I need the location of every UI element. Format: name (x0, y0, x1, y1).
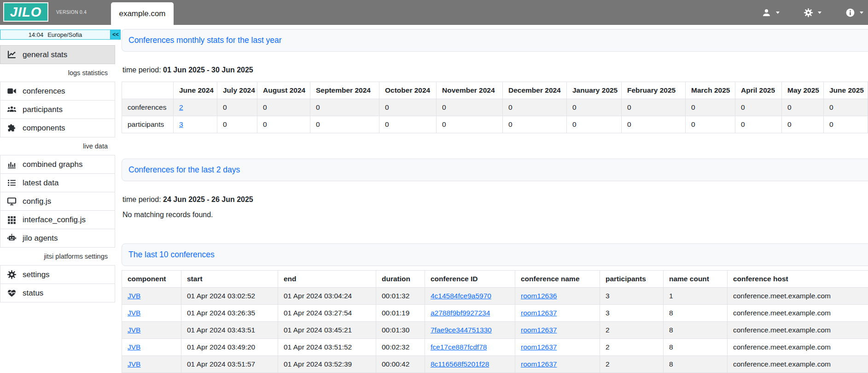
table-row: JVB01 Apr 2024 03:51:5701 Apr 2024 03:52… (122, 356, 868, 373)
corner-header (122, 82, 174, 99)
stat-value-cell: 0 (217, 99, 257, 116)
conference-id-cell: fce17ce887fcdf78 (425, 339, 515, 356)
chevron-down-icon (776, 12, 780, 14)
clock-timezone: Europe/Sofia (47, 31, 82, 38)
no-records-message: No matching records found. (122, 211, 868, 219)
sidebar-collapse-button[interactable]: << (111, 30, 121, 40)
sidebar-item-settings[interactable]: settings (0, 265, 115, 284)
component-cell: JVB (122, 288, 181, 305)
conference-name-link[interactable]: room12636 (521, 292, 557, 300)
sidebar-section-label: jitsi platforms settings (0, 248, 115, 265)
column-header: conference name (515, 271, 600, 288)
info-icon (845, 8, 855, 18)
app-logo: JILO (3, 2, 48, 22)
gear-icon (7, 270, 17, 279)
conference-name-link[interactable]: room12637 (521, 343, 557, 351)
header-menus (762, 0, 863, 25)
stat-value-cell: 0 (735, 116, 782, 133)
sidebar-item-general-stats[interactable]: general stats (0, 45, 115, 64)
sidebar-item-interface-config-js[interactable]: interface_config.js (0, 210, 115, 229)
sidebar-item-label: config.js (23, 197, 51, 206)
stat-value-cell: 0 (310, 116, 379, 133)
sidebar-item-label: jilo agents (23, 234, 58, 243)
month-column-header: November 2024 (437, 82, 503, 99)
sidebar-item-jilo-agents[interactable]: jilo agents (0, 229, 115, 248)
list-icon (7, 178, 17, 188)
stat-value-cell: 0 (503, 99, 567, 116)
column-header: conference ID (425, 271, 515, 288)
month-column-header: June 2024 (174, 82, 217, 99)
conference-name-link[interactable]: room12637 (521, 360, 557, 368)
card-title-last-2-days[interactable]: Conferences for the last 2 days (122, 159, 868, 181)
sidebar-menu: general statslogs statisticsconferencesp… (0, 45, 115, 302)
stat-value-cell: 0 (782, 99, 824, 116)
version-label: VERSION 0.4 (56, 10, 87, 15)
conference-name-link[interactable]: room12637 (521, 326, 557, 334)
stat-value-link[interactable]: 2 (179, 103, 183, 111)
main-content: Conferences monthly stats for the last y… (121, 25, 868, 373)
info-menu[interactable] (845, 8, 863, 18)
sidebar: 14:04 Europe/Sofia << general statslogs … (0, 25, 121, 373)
conference-id-link[interactable]: fce17ce887fcdf78 (431, 343, 487, 351)
table-row: JVB01 Apr 2024 03:02:5201 Apr 2024 03:04… (122, 288, 868, 305)
card-title-text: The last 10 conferences (128, 250, 215, 259)
clock-time: 14:04 (29, 31, 44, 38)
name-count-cell: 8 (664, 339, 728, 356)
stat-value-cell: 0 (379, 116, 437, 133)
stat-value-cell: 0 (622, 99, 686, 116)
sidebar-item-config-js[interactable]: config.js (0, 192, 115, 211)
clock-widget: 14:04 Europe/Sofia (0, 30, 111, 40)
end-cell: 01 Apr 2024 03:27:54 (278, 305, 376, 322)
start-cell: 01 Apr 2024 03:49:20 (181, 339, 278, 356)
component-link[interactable]: JVB (128, 309, 140, 317)
user-menu[interactable] (762, 8, 780, 18)
conference-id-link[interactable]: a2788f9bf9927234 (431, 309, 490, 317)
participants-cell: 3 (600, 305, 664, 322)
sidebar-item-conferences[interactable]: conferences (0, 82, 115, 101)
top-header: JILO VERSION 0.4 example.com (0, 0, 868, 25)
month-column-header: March 2025 (686, 82, 735, 99)
sidebar-item-latest-data[interactable]: latest data (0, 173, 115, 192)
sidebar-item-components[interactable]: components (0, 118, 115, 137)
sidebar-item-label: settings (23, 270, 50, 279)
month-column-header: June 2025 (824, 82, 868, 99)
conference-host-cell: conference.meet.example.com (728, 356, 868, 373)
sidebar-item-participants[interactable]: participants (0, 100, 115, 119)
settings-menu[interactable] (804, 8, 821, 18)
component-cell: JVB (122, 339, 181, 356)
stat-value-cell: 0 (379, 99, 437, 116)
component-link[interactable]: JVB (128, 292, 140, 300)
table-row: JVB01 Apr 2024 03:49:2001 Apr 2024 03:51… (122, 339, 868, 356)
card-title-monthly-stats[interactable]: Conferences monthly stats for the last y… (122, 29, 868, 52)
participants-cell: 2 (600, 339, 664, 356)
component-cell: JVB (122, 322, 181, 339)
conference-id-link[interactable]: 4c14584fce9a5970 (431, 292, 491, 300)
month-column-header: January 2025 (567, 82, 622, 99)
monthly-stats-table: June 2024July 2024August 2024September 2… (122, 82, 868, 133)
component-link[interactable]: JVB (128, 360, 140, 368)
conference-id-link[interactable]: 8c116568f5201f28 (431, 360, 489, 368)
conference-id-link[interactable]: 7fae9ce344751330 (431, 326, 492, 334)
conference-name-link[interactable]: room12637 (521, 309, 557, 317)
month-column-header: September 2024 (310, 82, 379, 99)
duration-cell: 00:00:42 (376, 356, 425, 373)
stat-row-label: participants (122, 116, 174, 133)
column-header: duration (376, 271, 425, 288)
card-title-last-10-conferences[interactable]: The last 10 conferences (122, 243, 868, 266)
stat-value-cell: 0 (686, 99, 735, 116)
name-count-cell: 8 (664, 356, 728, 373)
end-cell: 01 Apr 2024 03:51:52 (278, 339, 376, 356)
start-cell: 01 Apr 2024 03:43:51 (181, 322, 278, 339)
gear-icon (804, 8, 813, 18)
component-link[interactable]: JVB (128, 343, 140, 351)
platform-tab[interactable]: example.com (111, 2, 174, 25)
chevron-down-icon (860, 12, 863, 14)
conference-id-cell: 7fae9ce344751330 (425, 322, 515, 339)
end-cell: 01 Apr 2024 03:45:21 (278, 322, 376, 339)
component-link[interactable]: JVB (128, 326, 140, 334)
sidebar-item-combined-graphs[interactable]: combined graphs (0, 155, 115, 174)
column-header: component (122, 271, 181, 288)
stat-value-link[interactable]: 3 (179, 120, 183, 128)
sidebar-item-status[interactable]: status (0, 284, 115, 302)
time-period-monthly: time period: 01 Jun 2025 - 30 Jun 2025 (122, 66, 868, 74)
